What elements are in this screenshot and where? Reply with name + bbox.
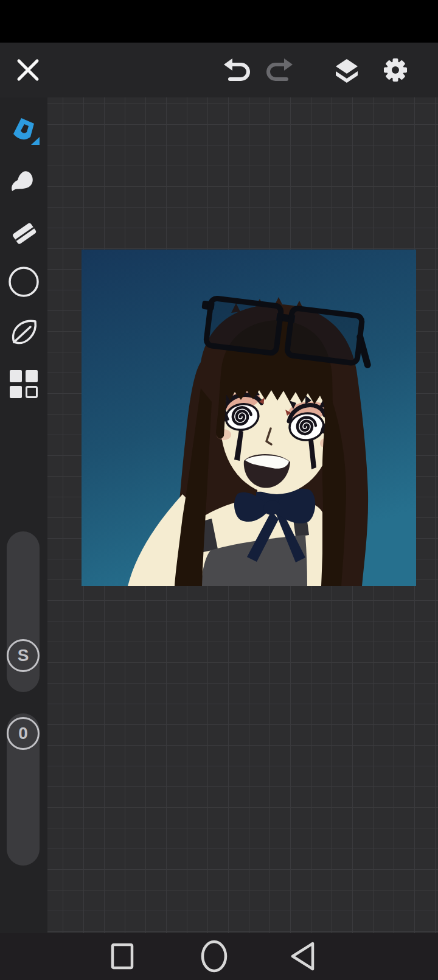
size-slider-thumb[interactable]: S (7, 639, 40, 672)
back-triangle-icon (286, 938, 322, 975)
tool-paint-brush[interactable] (5, 111, 42, 147)
status-bar (0, 0, 438, 43)
opacity-slider-label: 0 (18, 724, 28, 743)
layers-button[interactable] (328, 52, 365, 88)
drawing-canvas[interactable] (47, 97, 438, 933)
settings-button[interactable] (377, 52, 414, 88)
eraser-icon (5, 214, 42, 251)
circle-icon (5, 264, 42, 300)
recents-square-icon (104, 938, 141, 975)
tool-leaf-stabilizer[interactable] (5, 314, 42, 351)
layers-icon (330, 53, 364, 87)
top-toolbar (0, 43, 438, 97)
nav-home-button[interactable] (196, 938, 232, 975)
app-screen: S 0 (0, 0, 438, 980)
tool-layout-squares[interactable] (5, 366, 42, 402)
smudge-icon (5, 162, 42, 198)
tool-eraser[interactable] (5, 214, 42, 251)
artwork-image[interactable] (82, 250, 416, 586)
tool-color-circle[interactable] (5, 264, 42, 300)
home-circle-icon (196, 938, 232, 975)
redo-icon (262, 53, 296, 87)
android-nav-bar (0, 933, 438, 980)
paint-brush-icon (5, 111, 42, 147)
tool-sidebar: S 0 (0, 97, 47, 933)
tool-smudge[interactable] (5, 162, 42, 198)
squares-icon (5, 366, 42, 402)
close-button[interactable] (10, 52, 46, 88)
undo-button[interactable] (219, 52, 255, 88)
nav-back-button[interactable] (286, 938, 322, 975)
undo-icon (220, 53, 254, 87)
gear-icon (378, 53, 412, 87)
close-icon (11, 53, 45, 87)
leaf-icon (5, 314, 42, 351)
nav-recents-button[interactable] (104, 938, 141, 975)
opacity-slider-thumb[interactable]: 0 (7, 717, 40, 750)
redo-button[interactable] (261, 52, 297, 88)
size-slider-label: S (18, 646, 29, 665)
